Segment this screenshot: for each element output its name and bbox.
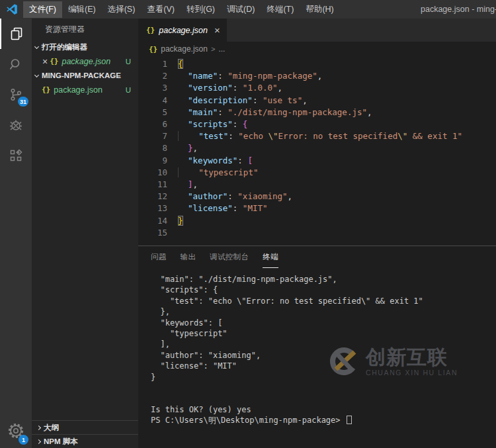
bottom-panel: 问题输出调试控制台终端 "main": "./dist/ming-npm-pac…	[138, 246, 496, 448]
git-status-badge: U	[126, 58, 131, 66]
tab-label: package.json	[159, 26, 208, 35]
code-area[interactable]: 1{2 "name": "ming-npm-package",3 "versio…	[138, 56, 496, 246]
npm-scripts-section[interactable]: NPM 脚本	[32, 434, 138, 448]
chevron-down-icon	[34, 44, 39, 48]
menu-item[interactable]: 文件(F)	[23, 1, 62, 18]
code-line[interactable]: 13 "license": "MIT"	[138, 202, 496, 214]
panel-tab-terminal[interactable]: 终端	[263, 246, 278, 268]
activitybar-search[interactable]	[0, 49, 32, 79]
code-line[interactable]: 14}	[138, 215, 496, 227]
panel-tab-output[interactable]: 输出	[181, 246, 196, 268]
debug-icon	[8, 117, 24, 133]
code-line[interactable]: 8 },	[138, 142, 496, 154]
line-number: 3	[138, 82, 167, 94]
activitybar-explorer[interactable]	[0, 19, 32, 49]
activitybar-extensions[interactable]	[0, 140, 32, 171]
json-file-icon: {}	[146, 26, 155, 34]
line-number: 12	[138, 191, 167, 202]
tree-item-package-json[interactable]: {} package.json U	[32, 83, 138, 97]
code-line[interactable]: 5 "main": "./dist/ming-npm-package.js",	[138, 107, 496, 118]
terminal-line: },	[151, 306, 496, 317]
search-icon	[8, 56, 24, 72]
menu-bar: 文件(F)编辑(E)选择(S)查看(V)转到(G)调试(D)终端(T)帮助(H)	[23, 0, 340, 19]
line-number: 6	[138, 118, 167, 130]
menu-item[interactable]: 终端(T)	[261, 1, 300, 18]
breadcrumb[interactable]: {} package.json > ...	[138, 42, 496, 56]
terminal-line	[151, 382, 496, 393]
terminal-line: Is this OK? (yes) yes	[151, 404, 496, 415]
vscode-logo-icon	[6, 3, 18, 15]
tab-close-icon[interactable]: ×	[214, 24, 220, 36]
folder-header[interactable]: MING-NPM-PACKAGE	[32, 68, 138, 83]
panel-tab-problems[interactable]: 问题	[151, 246, 167, 268]
menu-item[interactable]: 调试(D)	[221, 1, 261, 18]
git-status-badge: U	[126, 86, 131, 94]
terminal-line: "scripts": {	[151, 285, 496, 295]
close-icon[interactable]: ×	[42, 57, 48, 66]
terminal-line	[151, 393, 496, 404]
breadcrumb-file[interactable]: package.json	[161, 44, 208, 54]
code-line[interactable]: 1{	[138, 58, 496, 70]
chevron-right-icon	[36, 425, 41, 429]
terminal-line: "author": "xiaoming",	[151, 350, 496, 361]
open-editor-item-package-json[interactable]: × {} package.json U	[32, 54, 138, 68]
code-line[interactable]: 2 "name": "ming-npm-package",	[138, 70, 496, 82]
activitybar-manage[interactable]: 1	[0, 414, 32, 448]
outline-section[interactable]: 大纲	[32, 420, 138, 434]
editor-group: {} package.json × {} package.json > ... …	[138, 19, 496, 448]
activitybar-debug[interactable]	[0, 110, 32, 140]
code-line[interactable]: 6 "scripts": {	[138, 118, 496, 130]
tab-package-json[interactable]: {} package.json ×	[138, 19, 227, 42]
menu-item[interactable]: 查看(V)	[141, 1, 181, 18]
breadcrumb-separator-icon: >	[211, 45, 215, 53]
open-editors-header[interactable]: 打开的编辑器	[32, 40, 138, 54]
terminal-line: "typescript"	[151, 328, 496, 339]
title-bar: 文件(F)编辑(E)选择(S)查看(V)转到(G)调试(D)终端(T)帮助(H)…	[0, 0, 496, 19]
file-name: package.json	[62, 57, 125, 66]
code-line[interactable]: 12 "author": "xiaoming",	[138, 191, 496, 202]
code-line[interactable]: 3 "version": "1.0.0",	[138, 82, 496, 94]
breadcrumb-rest[interactable]: ...	[218, 44, 225, 54]
terminal-line: }	[151, 372, 496, 382]
code-line[interactable]: 10 "typescript"	[138, 167, 496, 179]
line-number: 8	[138, 142, 167, 154]
terminal-output[interactable]: "main": "./dist/ming-npm-package.js", "s…	[138, 268, 496, 448]
explorer-sidebar: 资源管理器 打开的编辑器 × {} package.json U MING-NP…	[32, 19, 138, 448]
terminal-cursor	[347, 416, 352, 424]
manage-badge: 1	[19, 435, 28, 445]
code-line[interactable]: 15	[138, 227, 496, 239]
vscode-window: 文件(F)编辑(E)选择(S)查看(V)转到(G)调试(D)终端(T)帮助(H)…	[0, 0, 496, 448]
activitybar-source-control[interactable]: 31	[0, 79, 32, 110]
menu-item[interactable]: 选择(S)	[102, 1, 142, 18]
file-name: package.json	[54, 85, 125, 95]
line-number: 15	[138, 227, 167, 239]
panel-tab-debug-console[interactable]: 调试控制台	[210, 246, 249, 268]
code-line[interactable]: 7 "test": "echo \"Error: no test specifi…	[138, 130, 496, 142]
line-number: 13	[138, 202, 167, 214]
menu-item[interactable]: 编辑(E)	[62, 1, 102, 18]
terminal-line: "test": "echo \"Error: no test specified…	[151, 296, 496, 306]
line-number: 2	[138, 70, 167, 82]
code-line[interactable]: 4 "description": "use ts",	[138, 95, 496, 107]
code-line[interactable]: 9 "keywords": [	[138, 155, 496, 167]
chevron-right-icon	[36, 439, 41, 443]
code-line[interactable]: 11 ],	[138, 179, 496, 191]
menu-item[interactable]: 帮助(H)	[300, 1, 339, 18]
line-number: 4	[138, 95, 167, 107]
line-number: 10	[138, 167, 167, 179]
terminal-line: "license": "MIT"	[151, 361, 496, 371]
terminal-line: "main": "./dist/ming-npm-package.js",	[151, 274, 496, 285]
tab-bar: {} package.json ×	[138, 19, 496, 42]
line-number: 9	[138, 155, 167, 167]
menu-item[interactable]: 转到(G)	[181, 1, 221, 18]
scm-badge: 31	[18, 97, 28, 107]
line-number: 11	[138, 179, 167, 191]
activity-bar: 31	[0, 19, 32, 448]
sidebar-title: 资源管理器	[32, 19, 138, 40]
terminal-line: ],	[151, 339, 496, 349]
chevron-down-icon	[34, 72, 39, 77]
extensions-icon	[8, 148, 24, 163]
terminal-line: PS C:\Users\明\Desktop\ming-npm-package>	[151, 415, 496, 426]
line-number: 1	[138, 58, 167, 70]
panel-tabs: 问题输出调试控制台终端	[138, 246, 496, 268]
